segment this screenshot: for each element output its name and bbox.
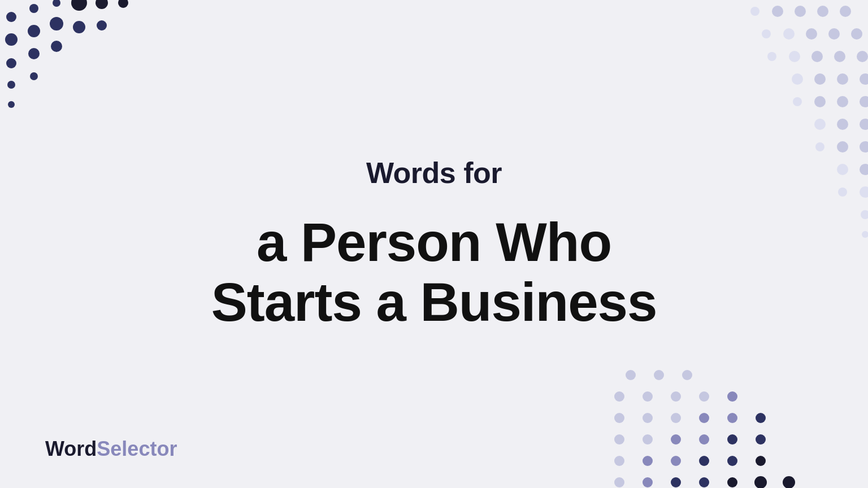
- svg-point-27: [857, 51, 868, 62]
- svg-point-7: [28, 48, 40, 59]
- svg-point-9: [53, 0, 60, 7]
- svg-point-19: [795, 6, 806, 17]
- svg-point-45: [815, 142, 824, 151]
- svg-point-61: [643, 413, 653, 423]
- svg-point-73: [643, 456, 653, 466]
- svg-point-60: [614, 413, 624, 423]
- svg-point-3: [7, 81, 15, 89]
- svg-point-16: [118, 0, 128, 8]
- dots-top-left-decoration: [0, 0, 141, 124]
- center-content: Words for a Person Who Starts a Business: [211, 156, 657, 332]
- svg-point-23: [828, 28, 840, 40]
- svg-point-54: [682, 370, 692, 380]
- svg-point-31: [767, 52, 776, 61]
- svg-point-4: [8, 101, 15, 108]
- svg-point-44: [837, 141, 848, 152]
- svg-point-69: [699, 434, 709, 445]
- svg-point-36: [860, 96, 868, 107]
- svg-point-63: [699, 413, 709, 423]
- svg-point-42: [814, 119, 826, 130]
- svg-point-55: [614, 391, 624, 402]
- svg-point-46: [860, 164, 868, 175]
- svg-point-25: [783, 28, 795, 40]
- svg-point-51: [862, 231, 868, 238]
- dots-top-right-decoration: [710, 0, 868, 243]
- svg-point-17: [840, 6, 851, 17]
- svg-point-78: [614, 477, 624, 487]
- logo-selector: Selector: [97, 437, 177, 460]
- svg-point-84: [783, 476, 795, 488]
- svg-point-34: [814, 73, 826, 85]
- svg-point-18: [817, 6, 828, 17]
- svg-point-24: [806, 28, 817, 40]
- svg-point-35: [792, 73, 803, 85]
- svg-point-12: [71, 0, 87, 11]
- svg-point-29: [811, 51, 823, 62]
- svg-point-21: [750, 7, 760, 16]
- svg-point-6: [28, 25, 40, 37]
- svg-point-38: [814, 96, 826, 107]
- svg-point-77: [756, 456, 766, 466]
- svg-point-83: [754, 476, 767, 488]
- svg-point-49: [838, 188, 847, 197]
- svg-point-5: [29, 4, 38, 13]
- logo-word: Word: [45, 437, 97, 460]
- svg-point-70: [727, 434, 737, 445]
- svg-point-32: [860, 73, 868, 85]
- svg-point-72: [614, 456, 624, 466]
- svg-point-80: [671, 477, 681, 487]
- dots-bottom-right-decoration: [608, 364, 823, 488]
- svg-point-10: [50, 17, 63, 30]
- svg-point-79: [643, 477, 653, 487]
- svg-point-64: [727, 413, 737, 423]
- svg-point-39: [793, 97, 802, 106]
- svg-point-43: [860, 141, 868, 152]
- svg-point-65: [756, 413, 766, 423]
- svg-point-75: [699, 456, 709, 466]
- svg-point-76: [727, 456, 737, 466]
- svg-point-1: [5, 33, 18, 46]
- svg-point-68: [671, 434, 681, 445]
- svg-point-62: [671, 413, 681, 423]
- svg-point-56: [643, 391, 653, 402]
- svg-point-67: [643, 434, 653, 445]
- svg-point-52: [626, 370, 636, 380]
- svg-point-28: [834, 51, 845, 62]
- svg-point-53: [654, 370, 664, 380]
- svg-point-14: [96, 0, 108, 9]
- svg-point-41: [837, 119, 848, 130]
- svg-point-26: [762, 29, 771, 38]
- svg-point-0: [6, 12, 16, 22]
- svg-point-37: [837, 96, 848, 107]
- svg-point-40: [860, 119, 868, 130]
- svg-point-20: [772, 6, 783, 17]
- svg-point-58: [699, 391, 709, 402]
- svg-point-59: [727, 391, 737, 402]
- svg-point-74: [671, 456, 681, 466]
- svg-point-81: [699, 477, 709, 487]
- svg-point-57: [671, 391, 681, 402]
- svg-point-71: [756, 434, 766, 445]
- svg-point-13: [73, 21, 85, 33]
- svg-point-30: [789, 51, 800, 62]
- svg-point-11: [51, 41, 62, 52]
- svg-point-22: [851, 28, 862, 40]
- main-title: a Person Who Starts a Business: [211, 212, 657, 332]
- svg-point-2: [6, 58, 16, 68]
- subtitle-text: Words for: [211, 156, 657, 190]
- svg-point-8: [30, 72, 38, 80]
- svg-point-50: [861, 210, 868, 219]
- svg-point-48: [860, 186, 868, 198]
- page-container: Words for a Person Who Starts a Business…: [0, 0, 868, 488]
- logo: WordSelector: [45, 437, 177, 461]
- svg-point-33: [837, 73, 848, 85]
- main-title-line2: Starts a Business: [211, 272, 657, 332]
- svg-point-15: [97, 20, 107, 30]
- svg-point-82: [727, 477, 737, 487]
- main-title-line1: a Person Who: [211, 212, 657, 272]
- svg-point-66: [614, 434, 624, 445]
- svg-point-47: [837, 164, 848, 175]
